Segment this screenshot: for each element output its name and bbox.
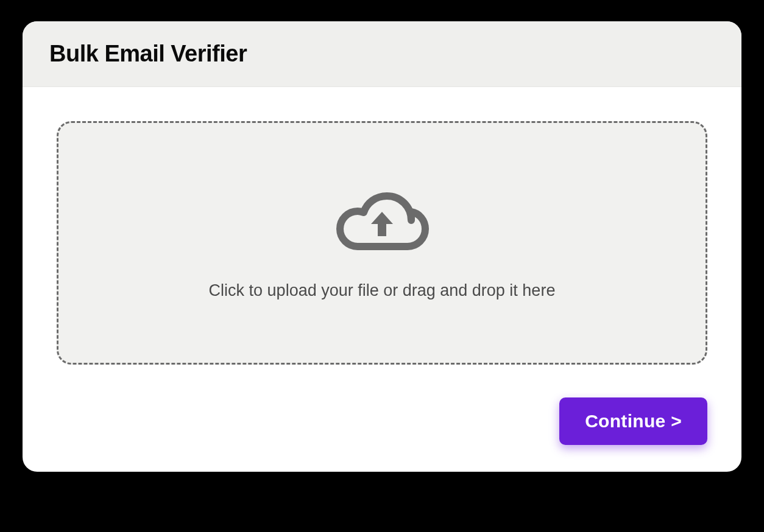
- dropzone-instruction: Click to upload your file or drag and dr…: [209, 281, 556, 300]
- cloud-upload-icon: [333, 186, 431, 259]
- card-header: Bulk Email Verifier: [23, 21, 741, 87]
- continue-button[interactable]: Continue >: [559, 397, 707, 445]
- page-title: Bulk Email Verifier: [49, 41, 715, 67]
- card-body: Click to upload your file or drag and dr…: [23, 87, 741, 391]
- file-dropzone[interactable]: Click to upload your file or drag and dr…: [57, 121, 707, 365]
- card-footer: Continue >: [23, 397, 741, 472]
- verifier-card: Bulk Email Verifier Click to upload your…: [23, 21, 741, 472]
